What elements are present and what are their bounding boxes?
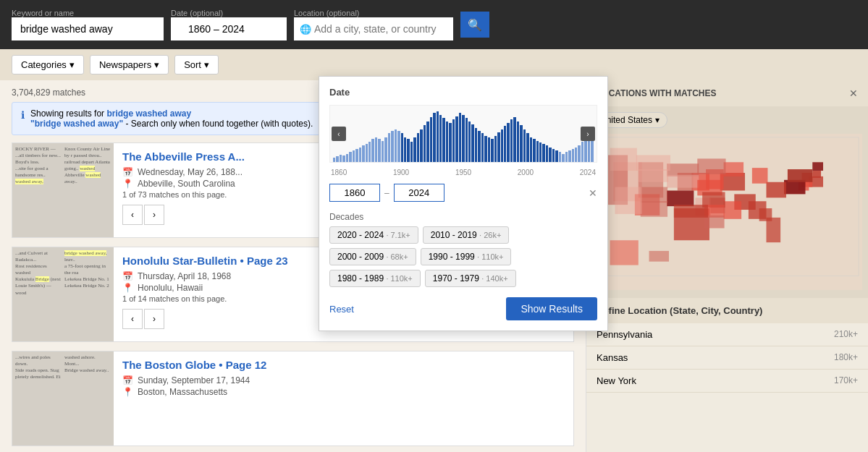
histogram-prev-button[interactable]: ‹: [332, 127, 346, 141]
location-name: New York: [597, 375, 636, 386]
date-input[interactable]: [171, 17, 287, 40]
histogram-bar: [468, 121, 471, 162]
date-range-inputs: – ✕: [329, 184, 597, 202]
histogram-bar: [382, 141, 384, 162]
hist-label-1950: 1950: [455, 169, 471, 176]
histogram-bar: [395, 129, 397, 162]
showing-suffix: - Search only when found together (with …: [125, 119, 313, 129]
showing-prefix: Showing results for: [30, 108, 106, 119]
keyword-field-group: Keyword or name: [12, 9, 164, 40]
histogram-bar: [455, 116, 458, 162]
histogram-bar: [465, 118, 468, 162]
newspapers-chevron-icon: ▾: [154, 59, 159, 70]
histogram-bar: [426, 121, 429, 162]
histogram-bar: [442, 118, 444, 162]
sort-label: Sort: [184, 59, 201, 70]
histogram-bar: [533, 139, 535, 162]
decade-button[interactable]: 1980 - 1989 · 110k+: [329, 270, 421, 287]
svg-rect-6: [788, 169, 812, 182]
location-list-item[interactable]: New York170k+: [586, 370, 868, 393]
histogram-bar: [446, 121, 448, 162]
histogram-bar: [349, 152, 351, 162]
decade-button[interactable]: 2010 - 2019 · 26k+: [423, 226, 510, 244]
svg-rect-27: [752, 168, 768, 184]
date-icon-1: 📅: [122, 167, 133, 177]
svg-rect-22: [610, 240, 639, 265]
keyword-input[interactable]: [12, 17, 164, 40]
result-item-3: ...wires and poles down. Side roads open…: [12, 351, 574, 446]
histogram-bar: [484, 136, 486, 162]
result-location-3: 📍 Boston, Massachusetts: [122, 387, 565, 397]
histogram-bar: [333, 158, 335, 162]
location-input[interactable]: [294, 17, 453, 40]
histogram: ‹ ›: [329, 105, 597, 163]
decade-button[interactable]: 1970 - 1979 · 140k+: [425, 270, 516, 287]
histogram-bar: [513, 117, 515, 162]
histogram-bar: [501, 129, 503, 162]
location-list-item[interactable]: Pennsylvania210k+: [586, 323, 868, 346]
histogram-bar: [449, 123, 451, 162]
histogram-bar: [542, 144, 544, 162]
decade-button[interactable]: 1990 - 1999 · 110k+: [421, 248, 512, 265]
date-start-input[interactable]: [329, 184, 380, 202]
histogram-bar: [424, 125, 426, 162]
svg-rect-42: [610, 148, 637, 171]
svg-rect-26: [766, 182, 785, 198]
reset-button[interactable]: Reset: [329, 304, 354, 315]
histogram-bar: [530, 137, 532, 162]
location-field-group: Location (optional) 🌐: [294, 9, 453, 40]
date-icon-3: 📅: [122, 375, 133, 385]
categories-button[interactable]: Categories ▾: [12, 55, 84, 74]
sort-button[interactable]: Sort ▾: [174, 55, 219, 74]
location-icon-1: 📍: [122, 179, 133, 189]
histogram-bar: [562, 154, 564, 162]
histogram-bar: [384, 137, 387, 162]
location-icon-3: 📍: [122, 387, 133, 397]
histogram-bar: [359, 148, 361, 162]
newspapers-label: Newspapers: [99, 59, 151, 70]
histogram-bar: [488, 137, 490, 162]
date-overlay-close-button[interactable]: ✕: [589, 187, 597, 199]
histogram-bar: [342, 155, 345, 162]
location-list-item[interactable]: Kansas180k+: [586, 346, 868, 370]
show-results-button[interactable]: Show Results: [506, 297, 597, 320]
hist-label-1900: 1900: [393, 169, 409, 176]
result-title-3[interactable]: The Boston Globe • Page 12: [122, 359, 565, 371]
map-area: United States ▾: [586, 106, 868, 298]
histogram-bar: [539, 142, 542, 162]
date-end-input[interactable]: [394, 184, 444, 202]
histogram-bar: [471, 124, 473, 162]
histogram-bar: [568, 150, 570, 162]
date-field-wrapper: 📅: [171, 17, 287, 40]
location-label: Location (optional): [294, 9, 453, 17]
categories-chevron-icon: ▾: [69, 59, 75, 70]
histogram-bar: [491, 139, 493, 162]
map-header-title: LOCATIONS WITH MATCHES: [597, 88, 717, 98]
histogram-bar: [478, 131, 480, 162]
right-panel: LOCATIONS WITH MATCHES ✕ United States ▾: [586, 80, 868, 452]
histogram-bar: [378, 139, 380, 162]
result-prev-1[interactable]: ‹: [122, 205, 143, 225]
map-close-button[interactable]: ✕: [849, 88, 858, 99]
newspapers-button[interactable]: Newspapers ▾: [90, 55, 169, 74]
histogram-bar: [481, 133, 484, 162]
svg-rect-14: [724, 201, 742, 219]
histogram-bar: [336, 156, 338, 162]
result-next-2[interactable]: ›: [144, 309, 164, 329]
search-button[interactable]: 🔍: [460, 12, 489, 38]
svg-rect-28: [724, 162, 743, 176]
svg-rect-25: [759, 208, 772, 221]
histogram-bar: [362, 145, 364, 162]
histogram-bar: [355, 149, 358, 162]
showing-text: Showing results for bridge washed away "…: [30, 108, 313, 129]
result-prev-2[interactable]: ‹: [122, 309, 143, 329]
decade-button[interactable]: 2000 - 2009 · 68k+: [329, 248, 416, 265]
result-next-1[interactable]: ›: [144, 205, 164, 225]
location-list: Pennsylvania210k+Kansas180k+New York170k…: [586, 323, 868, 393]
histogram-next-button[interactable]: ›: [581, 127, 595, 141]
histogram-bar: [401, 133, 403, 162]
histogram-bar: [549, 148, 551, 162]
top-bar: Keyword or name Date (optional) 📅 Locati…: [0, 0, 868, 49]
decade-button[interactable]: 2020 - 2024 · 7.1k+: [329, 226, 418, 244]
state-me: [812, 162, 823, 171]
